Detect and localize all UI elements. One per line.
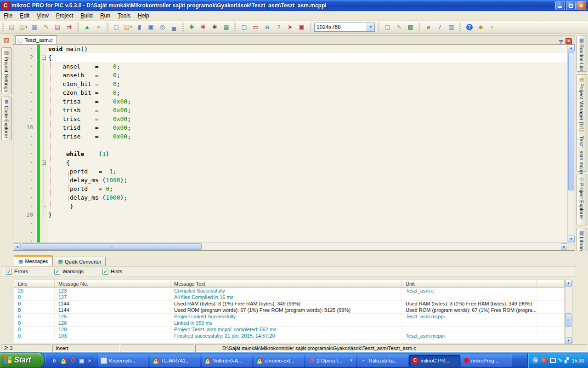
task-dropdown-icon[interactable]: ▼ [350, 358, 353, 362]
ascii-chart-icon[interactable]: a [423, 22, 434, 32]
taskbar-button-tl-wr741[interactable]: TL-WR741... [150, 355, 200, 367]
code-line-19[interactable]: · } [13, 202, 568, 211]
dock-panel-icon[interactable]: ▨ [1, 35, 11, 45]
close-project-icon[interactable]: ▤ [52, 22, 63, 32]
filter-warnings[interactable]: ✓Warnings [54, 269, 102, 275]
editor-close-icon[interactable]: × [565, 38, 572, 44]
column-header-unit[interactable]: Unit [402, 280, 537, 288]
column-header-message-text[interactable]: Message Text [170, 280, 402, 288]
edit-font-icon[interactable]: A [262, 22, 272, 32]
code-line-2[interactable]: 2{ [13, 53, 568, 62]
warnings-checkbox[interactable]: ✓ [54, 269, 60, 275]
message-row-3[interactable]: 01144Used RAM (bytes): 3 (1%) Free RAM (… [14, 301, 565, 307]
menu-item-view[interactable]: View [33, 12, 52, 20]
column-header-extra[interactable] [537, 280, 565, 288]
code-line-6[interactable]: · c2on_bit = 0; [13, 88, 568, 97]
filter-hints[interactable]: ✓Hints [102, 269, 151, 275]
statistics-icon[interactable]: ▥ [446, 22, 457, 32]
pin-icon[interactable]: ┯ [559, 37, 563, 44]
menu-item-help[interactable]: Help [134, 12, 153, 20]
export-project-icon[interactable]: ⇉ [64, 22, 74, 32]
run-debugger-icon[interactable]: ▢ [239, 22, 249, 32]
tab-messages[interactable]: ▦Messages [14, 255, 53, 266]
minimize-button[interactable] [555, 1, 565, 10]
code-line-13[interactable]: · while (1) [13, 150, 568, 158]
code-line-22[interactable]: · [13, 228, 568, 237]
message-row-1[interactable]: 20123Compiled SuccessfullyTeszt_asm.c [14, 288, 565, 294]
opera-quicklaunch-icon[interactable]: O [69, 357, 76, 364]
titlebar[interactable]: C mikroC PRO for PIC v.5.3.0 - D:\Saját … [0, 0, 588, 11]
message-row-5[interactable]: 0125Project Linked SuccessfullyTeszt_asm… [14, 314, 565, 320]
code-line-17[interactable]: · portd = 0; [13, 184, 568, 193]
fold-marker-line-14[interactable]: − [42, 161, 46, 165]
code-line-4[interactable]: · anselh = 0; [13, 71, 568, 80]
taskbar-button-chrome-ext[interactable]: chrome-ext... [254, 355, 304, 367]
save-project-icon[interactable]: ▦ [29, 22, 40, 32]
restore-button[interactable] [566, 1, 576, 10]
new-project-icon[interactable]: ▤ [6, 22, 17, 32]
close-button[interactable]: × [577, 1, 586, 10]
message-row-6[interactable]: 0128Linked in 359 ms [14, 320, 565, 327]
usb-device-icon[interactable] [541, 358, 548, 362]
menu-item-run[interactable]: Run [96, 12, 114, 20]
ie-quicklaunch-icon[interactable]: e [51, 357, 58, 364]
code-line-15[interactable]: - portd = 1; [13, 167, 568, 176]
hints-checkbox[interactable]: ✓ [102, 269, 108, 275]
scroll-left-icon[interactable]: ◄ [14, 243, 21, 250]
taskbar-button-h-l-zati-ka[interactable]: ~Hálózati ka... [357, 355, 408, 367]
message-row-8[interactable]: 0103Finished successfully: 21 jún. 2015,… [14, 333, 565, 339]
network-monitor-icon[interactable] [550, 358, 555, 363]
start-button[interactable]: Start [0, 353, 44, 368]
taskbar-button-mikroc-pr[interactable]: CmikroC PR... [409, 355, 460, 367]
add-file-to-project-icon[interactable]: ▲ [82, 22, 92, 32]
message-row-4[interactable]: 01144Used ROM (program words): 67 (1%) F… [14, 307, 565, 314]
program-mcu-icon[interactable]: ▦ [221, 22, 232, 32]
code-editor[interactable]: ·void main()2{· ansel = 0;· anselh = 0;-… [13, 45, 568, 242]
editor-vscroll-thumb[interactable] [568, 52, 574, 190]
filter-errors[interactable]: ✓Errors [6, 269, 54, 275]
menu-item-project[interactable]: Project [52, 12, 77, 20]
resolution-combo[interactable]: 1024x768▼ [314, 23, 375, 32]
sidebar-tab-project-manager-1-1-teszt-asm-mcppi[interactable]: ▤Project Manager [1/1] - Teszt_asm.mcppi [577, 74, 587, 172]
print-icon[interactable]: ▄ [169, 22, 179, 32]
quick-help-icon[interactable]: ? [273, 22, 284, 32]
scroll-right-icon[interactable]: ► [561, 243, 568, 250]
code-line-11[interactable]: · trise = 0x00; [13, 132, 568, 141]
tab-quick-converter[interactable]: ▦Quick Converter [54, 257, 106, 266]
rebuild-all-sources-icon[interactable]: ✱ [198, 22, 209, 32]
toolbox-icon[interactable]: ▣ [296, 22, 307, 32]
taskbar-button-k-perny[interactable]: Képernyő-... [98, 355, 148, 367]
edit-window-icon[interactable]: ✎ [394, 22, 404, 32]
help-icon[interactable]: ? [464, 22, 475, 32]
messages-scroll-up-icon[interactable]: ▲ [565, 280, 572, 287]
code-line-5[interactable]: - c1on_bit = 0; [13, 80, 568, 88]
sidebar-tab-project-explorer[interactable]: ◎Project Explorer [577, 174, 587, 225]
code-line-3[interactable]: · ansel = 0; [13, 62, 568, 71]
editor-vertical-scrollbar[interactable]: ▲ ▼ [567, 45, 575, 242]
combo-dropdown-icon[interactable]: ▼ [367, 23, 374, 31]
panel-splitter[interactable]: ......... [0, 251, 588, 254]
scroll-down-icon[interactable]: ▼ [568, 236, 575, 242]
show-messages-icon[interactable]: ◗ [487, 22, 498, 32]
column-header-message-no-[interactable]: Message No. [55, 280, 170, 288]
show-desktop-icon[interactable]: ▣ [78, 357, 85, 364]
quick-launch-overflow-icon[interactable]: » [88, 358, 91, 363]
editor-horizontal-scrollbar[interactable]: ◄ ||| ► [13, 242, 568, 250]
errors-checkbox[interactable]: ✓ [6, 269, 12, 275]
code-line-1[interactable]: ·void main() [13, 45, 568, 53]
chrome-quicklaunch-icon[interactable] [60, 357, 67, 364]
tab-teszt-asm-c[interactable]: ▢ Teszt_asm.c [15, 35, 57, 44]
stop-debugger-icon[interactable]: ▭ [250, 22, 261, 32]
code-line-7[interactable]: · trisa = 0x00; [13, 97, 568, 106]
code-line-10[interactable]: 10 trisd = 0x00; [13, 123, 568, 132]
edit-project-icon[interactable]: ✎ [41, 22, 51, 32]
message-row-2[interactable]: 0127All files Compiled in 16 ms [14, 294, 565, 301]
menu-item-file[interactable]: File [0, 12, 16, 20]
build-icon[interactable]: ✱ [187, 22, 197, 32]
code-line-23[interactable]: · [13, 237, 568, 242]
pen-input-icon[interactable]: ✎ [558, 357, 562, 363]
show-window-icon[interactable]: ▩ [405, 22, 416, 32]
device-status-icon[interactable]: ▞ [565, 357, 568, 363]
menu-item-edit[interactable]: Edit [16, 12, 33, 20]
column-header-line[interactable]: Line [14, 280, 55, 288]
